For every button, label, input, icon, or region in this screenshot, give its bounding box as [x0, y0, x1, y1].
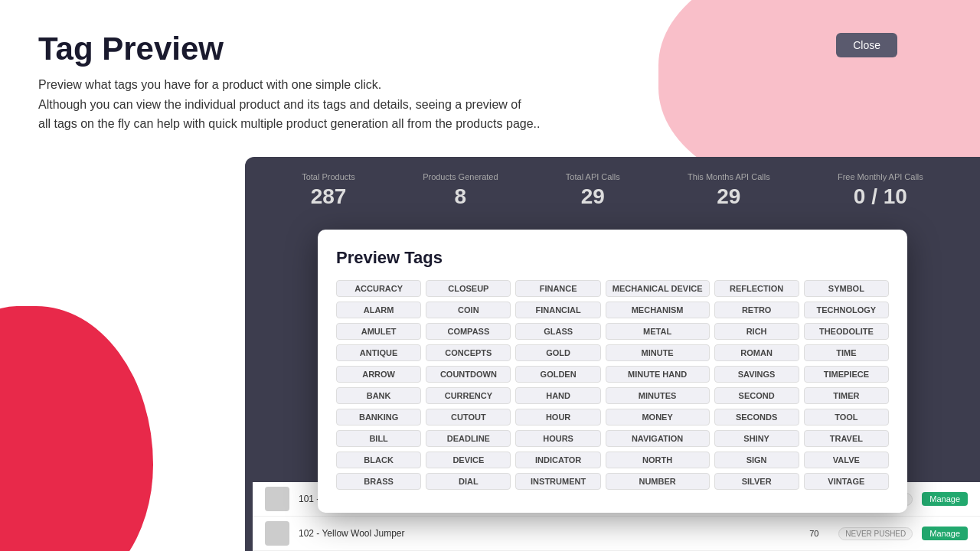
- stat-total-products-label: Total Products: [302, 172, 355, 181]
- product-thumbnail: [265, 521, 289, 546]
- stat-free-monthly-value: 0 / 10: [838, 184, 923, 209]
- stat-monthly-api-value: 29: [688, 184, 770, 209]
- header-section: Tag Preview Preview what tags you have f…: [0, 0, 980, 149]
- table-row: 102 - Yellow Wool Jumper 70 NEVER PUSHED…: [253, 517, 980, 551]
- tag-item: MECHANISM: [606, 302, 710, 318]
- tag-item: DEADLINE: [426, 430, 511, 447]
- tags-grid: ACCURACYCLOSEUPFINANCEMECHANICAL DEVICER…: [336, 280, 889, 494]
- tag-item: COMPASS: [426, 323, 511, 340]
- tag-item: MECHANICAL DEVICE: [606, 280, 710, 297]
- tag-item: FINANCIAL: [515, 302, 600, 318]
- modal-title: Preview Tags: [336, 248, 889, 268]
- tag-item: HOUR: [515, 409, 600, 425]
- tag-item: GOLD: [515, 344, 600, 361]
- tag-item: BILL: [336, 430, 421, 447]
- tag-item: TIMER: [804, 387, 889, 404]
- tag-item: MONEY: [606, 409, 710, 425]
- tag-item: GLASS: [515, 323, 600, 340]
- tag-item: CLOSEUP: [426, 280, 511, 297]
- tag-item: CONCEPTS: [426, 344, 511, 361]
- tag-item: BANKING: [336, 409, 421, 425]
- tag-item: RICH: [714, 323, 799, 340]
- tag-item: COUNTDOWN: [426, 366, 511, 383]
- tag-item: DEVICE: [426, 452, 511, 468]
- tag-item: ACCURACY: [336, 280, 421, 297]
- tag-item: GOLDEN: [515, 366, 600, 383]
- tag-item: VALVE: [804, 452, 889, 468]
- tag-item: METAL: [606, 323, 710, 340]
- stat-total-products-value: 287: [302, 184, 355, 209]
- tag-item: TECHNOLOGY: [804, 302, 889, 318]
- tag-item: MINUTES: [606, 387, 710, 404]
- tag-item: SECOND: [714, 387, 799, 404]
- tag-item: BLACK: [336, 452, 421, 468]
- tag-item: ARROW: [336, 366, 421, 383]
- stat-monthly-api-label: This Months API Calls: [688, 172, 770, 181]
- tag-item: CURRENCY: [426, 387, 511, 404]
- tag-item: TIME: [804, 344, 889, 361]
- tag-item: THEODOLITE: [804, 323, 889, 340]
- page-description: Preview what tags you have for a product…: [38, 75, 942, 134]
- stats-bar: Total Products 287 Products Generated 8 …: [253, 165, 972, 217]
- manage-button[interactable]: Manage: [922, 492, 968, 506]
- stat-total-api-label: Total API Calls: [566, 172, 620, 181]
- tag-item: HOURS: [515, 430, 600, 447]
- tag-item: NUMBER: [606, 473, 710, 490]
- product-status: NEVER PUSHED: [838, 527, 913, 540]
- tag-item: SAVINGS: [714, 366, 799, 383]
- stat-products-generated-label: Products Generated: [423, 172, 498, 181]
- stat-total-products: Total Products 287: [302, 172, 355, 209]
- tag-item: TIMEPIECE: [804, 366, 889, 383]
- tag-item: VINTAGE: [804, 473, 889, 490]
- tag-item: RETRO: [714, 302, 799, 318]
- tag-item: ROMAN: [714, 344, 799, 361]
- tag-item: SYMBOL: [804, 280, 889, 297]
- stat-total-api-value: 29: [566, 184, 620, 209]
- stat-monthly-api-calls: This Months API Calls 29: [688, 172, 770, 209]
- blob-red-decoration: [0, 306, 153, 551]
- tag-item: ANTIQUE: [336, 344, 421, 361]
- tag-item: TRAVEL: [804, 430, 889, 447]
- tag-item: SILVER: [714, 473, 799, 490]
- stat-free-monthly-label: Free Monthly API Calls: [838, 172, 923, 181]
- product-thumbnail: [265, 487, 289, 511]
- tag-item: BANK: [336, 387, 421, 404]
- tag-item: INDICATOR: [515, 452, 600, 468]
- tag-item: HAND: [515, 387, 600, 404]
- tag-item: TOOL: [804, 409, 889, 425]
- stat-products-generated-value: 8: [423, 184, 498, 209]
- tag-item: SIGN: [714, 452, 799, 468]
- stat-products-generated: Products Generated 8: [423, 172, 498, 209]
- stat-free-monthly-api: Free Monthly API Calls 0 / 10: [838, 172, 923, 209]
- tag-item: ALARM: [336, 302, 421, 318]
- tag-item: CUTOUT: [426, 409, 511, 425]
- tag-item: SECONDS: [714, 409, 799, 425]
- tag-item: DIAL: [426, 473, 511, 490]
- tag-item: BRASS: [336, 473, 421, 490]
- tag-item: AMULET: [336, 323, 421, 340]
- tag-item: SHINY: [714, 430, 799, 447]
- page-title: Tag Preview: [38, 31, 942, 67]
- tag-item: REFLECTION: [714, 280, 799, 297]
- tag-item: INSTRUMENT: [515, 473, 600, 490]
- manage-button[interactable]: Manage: [922, 527, 968, 540]
- tag-item: NORTH: [606, 452, 710, 468]
- product-count: 70: [799, 529, 829, 538]
- product-name: 102 - Yellow Wool Jumper: [299, 528, 540, 539]
- tag-item: NAVIGATION: [606, 430, 710, 447]
- stat-total-api-calls: Total API Calls 29: [566, 172, 620, 209]
- close-button[interactable]: Close: [836, 33, 897, 57]
- preview-tags-modal: Preview Tags ACCURACYCLOSEUPFINANCEMECHA…: [318, 230, 907, 513]
- tag-item: COIN: [426, 302, 511, 318]
- tag-item: MINUTE HAND: [606, 366, 710, 383]
- tag-item: FINANCE: [515, 280, 600, 297]
- tag-item: MINUTE: [606, 344, 710, 361]
